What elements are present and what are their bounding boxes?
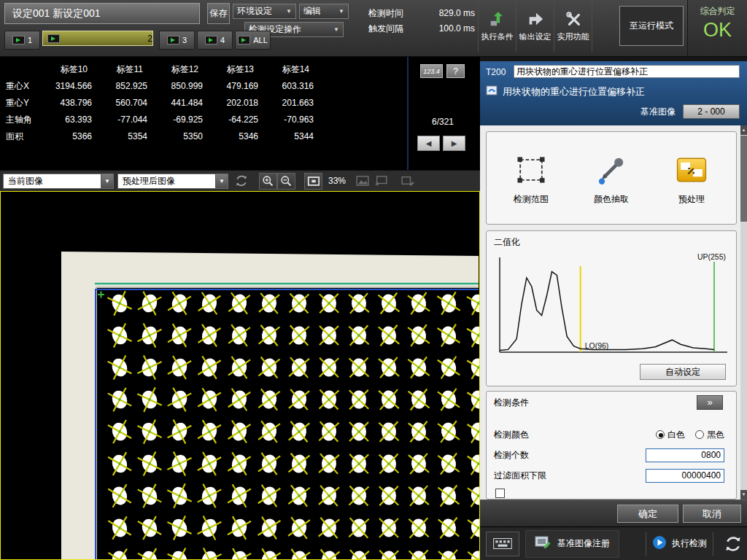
row-label: 重心X	[0, 78, 42, 95]
app-window: 设定001 新设定001 保存 环境设定 ▼ 编辑 ▼ 检测设定操作 ▼ 检测时…	[0, 0, 747, 560]
help-button[interactable]: ?	[446, 64, 465, 78]
zoom-in-button[interactable]	[259, 173, 277, 190]
ball-marker	[167, 483, 191, 508]
save-button[interactable]: 保存	[207, 3, 230, 24]
fit-to-window-button[interactable]	[304, 173, 322, 190]
ball-marker	[107, 323, 131, 347]
display-mode-select[interactable]: 预处理后图像 ▼	[117, 174, 228, 189]
register-reference-button[interactable]: 基准图像注册	[525, 530, 619, 558]
exec-condition-icon	[489, 10, 506, 29]
reference-image-value[interactable]: 2 - 000	[683, 104, 740, 119]
camera-icon	[205, 36, 217, 44]
ball-marker	[198, 484, 221, 508]
confirm-bar: 确定 取消	[480, 499, 747, 526]
expand-button[interactable]: »	[697, 395, 723, 410]
scene-tab-ALL[interactable]: ALL	[235, 31, 271, 50]
scroll-up-icon[interactable]: ▲	[740, 125, 747, 135]
ball-marker	[168, 548, 192, 559]
ball-marker	[258, 485, 280, 507]
ball-marker	[438, 389, 460, 411]
softkey-button[interactable]	[486, 532, 519, 556]
ball-marker	[198, 356, 220, 378]
scene-tab-4[interactable]: 4	[197, 31, 233, 50]
scene-tab-3[interactable]: 3	[159, 31, 195, 50]
color-extract-button[interactable]: 颜色抽取	[576, 150, 647, 206]
detect-region-button[interactable]: 检测范围	[495, 150, 567, 206]
ball-marker	[288, 517, 310, 539]
unit-title-input[interactable]	[514, 65, 740, 78]
refresh-measure-icon[interactable]	[719, 530, 747, 558]
filter-area-row: 过滤面积下限	[494, 467, 724, 483]
auto-set-button[interactable]: 自动设定	[640, 364, 726, 380]
table-cell: 441.484	[153, 95, 209, 112]
table-cell: 560.704	[98, 95, 153, 112]
ball-marker	[349, 390, 368, 409]
ball-marker	[108, 484, 131, 508]
environment-menu-label: 环境设定	[237, 5, 272, 18]
ball-marker	[228, 292, 249, 314]
black-radio[interactable]	[695, 430, 704, 439]
run-mode-button[interactable]: 至运行模式	[619, 6, 684, 46]
scene-tab-2[interactable]: 2	[42, 31, 153, 46]
titlebar: 设定001 新设定001 保存 环境设定 ▼ 编辑 ▼ 检测设定操作 ▼ 检测时…	[0, 0, 747, 57]
ball-marker	[379, 421, 398, 441]
chevron-down-icon: ▼	[215, 174, 228, 188]
prev-page-button[interactable]: ◀	[417, 136, 440, 151]
run-test-button[interactable]: 执行检测	[652, 535, 707, 552]
ball-marker	[290, 294, 309, 314]
exec-condition-button[interactable]: 执行条件	[479, 0, 516, 52]
table-cell: 63.393	[42, 112, 98, 128]
detect-count-input[interactable]	[646, 448, 724, 462]
preprocess-label: 预处理	[678, 193, 705, 206]
scrollbar-thumb[interactable]	[740, 136, 747, 222]
judgement-label: 综合判定	[700, 5, 735, 18]
scroll-down-icon[interactable]: ▼	[740, 490, 747, 499]
ball-marker	[468, 549, 479, 559]
ball-marker	[320, 294, 338, 313]
ball-marker	[468, 421, 479, 443]
ball-marker	[198, 420, 221, 443]
detect-color-row: 检测颜色 白色 黑色	[494, 427, 724, 443]
image-source-select[interactable]: 当前图像 ▼	[3, 174, 114, 189]
toolbar-buttons: 执行条件 输出设定 实用功能	[478, 0, 592, 52]
utility-button[interactable]: 实用功能	[554, 0, 592, 52]
preprocess-button[interactable]: 预处理	[656, 150, 727, 206]
scrollbar[interactable]: ▲ ▼	[740, 125, 747, 499]
filter-area-input[interactable]	[646, 469, 724, 483]
ball-marker	[379, 389, 399, 410]
zoom-out-button[interactable]	[277, 173, 295, 190]
measure-time-value: 829.0 ms	[439, 6, 475, 21]
edit-menu[interactable]: 编辑 ▼	[299, 4, 349, 19]
ball-marker	[137, 419, 161, 443]
ball-marker	[379, 486, 398, 505]
next-page-button[interactable]: ▶	[443, 136, 465, 151]
column-header: 标签14	[264, 61, 320, 78]
snapshot-icon[interactable]	[353, 173, 371, 190]
settings-content: 检测范围 颜色抽取 预处理 二值化	[480, 125, 747, 499]
ball-marker	[108, 356, 132, 380]
table-cell: 202.018	[209, 95, 264, 112]
partial-checkbox[interactable]	[495, 489, 505, 498]
ball-marker	[408, 357, 429, 378]
ball-marker	[228, 484, 251, 508]
preprocess-icon	[672, 150, 711, 190]
ok-button[interactable]: 确定	[617, 505, 678, 523]
white-radio[interactable]	[656, 430, 665, 439]
scene-title[interactable]: 设定001 新设定001	[4, 3, 200, 24]
color-extract-label: 颜色抽取	[594, 193, 629, 206]
table-cell: 5354	[98, 128, 153, 145]
ball-marker	[259, 325, 280, 346]
capture-back-icon[interactable]	[371, 173, 390, 190]
cancel-button[interactable]: 取消	[683, 505, 741, 523]
ball-marker	[258, 453, 280, 475]
overall-judgement: 综合判定 OK	[687, 0, 747, 56]
refresh-image-button[interactable]	[232, 173, 250, 190]
output-settings-label: 输出设定	[519, 31, 551, 42]
scene-tab-1[interactable]: 1	[4, 31, 40, 50]
output-settings-button[interactable]: 输出设定	[516, 0, 554, 52]
numeric-display-button[interactable]: 123.4	[420, 64, 443, 78]
camera-image-view[interactable]	[0, 191, 480, 560]
image-edit-icon[interactable]	[398, 173, 417, 190]
environment-menu[interactable]: 环境设定 ▼	[233, 4, 296, 19]
detect-count-row: 检测个数	[494, 447, 724, 463]
